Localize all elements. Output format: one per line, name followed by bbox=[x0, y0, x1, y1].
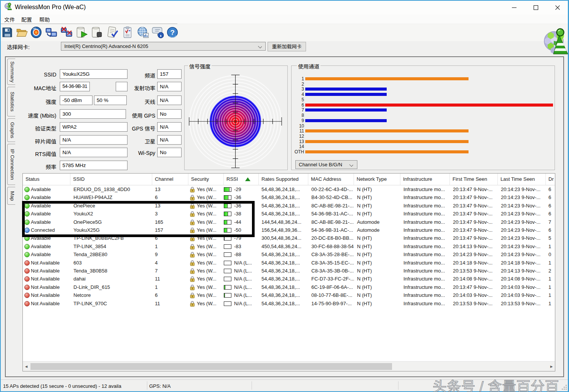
channel-bar-1 bbox=[305, 77, 469, 80]
scroll-left-button[interactable]: ◂ bbox=[23, 362, 30, 371]
column-header-security[interactable]: Security bbox=[188, 174, 224, 185]
tip-info-icon[interactable] bbox=[151, 26, 164, 39]
channel-label-9: 9 bbox=[292, 118, 304, 123]
menu-help[interactable]: 帮助 bbox=[39, 16, 50, 23]
field-use-gps[interactable]: No bbox=[157, 109, 182, 119]
column-header-last_seen[interactable]: Last Time Seen bbox=[498, 174, 546, 185]
tab-statistics[interactable]: Statistics bbox=[7, 87, 15, 116]
cell-security: Yes (W... bbox=[188, 193, 224, 201]
cell-rssi: -83 bbox=[224, 242, 259, 250]
table-row-603[interactable]: Not Available6034Yes (W...N/A (L...54,48… bbox=[23, 259, 555, 267]
column-header-rssi[interactable]: RSSI bbox=[224, 174, 259, 185]
tab-summary[interactable]: Summary bbox=[7, 59, 15, 85]
reconnect-adapter-icon[interactable] bbox=[45, 26, 58, 39]
adapter-combobox[interactable]: Intel(R) Centrino(R) Advanced-N 6205 bbox=[61, 42, 266, 51]
table-row-D-Link_DIR_615[interactable]: Not AvailableD-Link_DIR_6151Yes (W...N/A… bbox=[23, 283, 555, 291]
menu-config[interactable]: 配置 bbox=[21, 16, 32, 23]
table-row-Tenda_3B0B58[interactable]: Not AvailableTenda_3B0B587Yes (W...N/A (… bbox=[23, 267, 555, 275]
cell-ssid: Tenda_28BE80 bbox=[70, 250, 152, 258]
adapter-combobox-value: Intel(R) Centrino(R) Advanced-N 6205 bbox=[64, 43, 148, 49]
start-log-icon[interactable] bbox=[75, 26, 88, 39]
target-icon[interactable] bbox=[30, 26, 43, 39]
tab-graphs[interactable]: Graphs bbox=[7, 118, 15, 142]
channel-label-2: 2 bbox=[292, 81, 304, 87]
cell-last_seen: 20:14:08 9-Nov-... bbox=[498, 275, 546, 283]
scrollbar-thumb[interactable] bbox=[30, 363, 392, 370]
tab-map[interactable]: Map bbox=[7, 187, 15, 205]
report-icon[interactable] bbox=[121, 26, 134, 39]
field-satellites[interactable]: N/A bbox=[157, 135, 182, 145]
disconnect-adapter-icon[interactable] bbox=[60, 26, 73, 39]
cell-status: Not Available bbox=[23, 291, 70, 299]
table-row-TP-LINK_3854[interactable]: AvailableTP-LINK_38541Yes (W...-83450,54… bbox=[23, 242, 555, 250]
maximize-button[interactable] bbox=[527, 1, 545, 14]
scroll-right-button[interactable]: ▸ bbox=[548, 362, 555, 371]
cell-network_type: N (HT) bbox=[354, 185, 400, 193]
column-header-channel[interactable]: Channel bbox=[152, 174, 188, 185]
cell-mac: 54-36-9B-31-AC-... bbox=[308, 226, 354, 234]
statusbar-separator bbox=[252, 381, 252, 390]
cell-status: Available bbox=[23, 250, 70, 258]
field-gps-signal[interactable]: N/A bbox=[157, 122, 182, 132]
column-header-network_type[interactable]: Network Type bbox=[354, 174, 400, 185]
cell-rates: 54,48,36,24,18,... bbox=[259, 193, 308, 201]
web-map-icon[interactable] bbox=[136, 26, 149, 39]
field-antenna[interactable]: N/A bbox=[157, 96, 182, 105]
table-row-ERDUO_DS_1838_4DD0[interactable]: AvailableERDUO_DS_1838_4DD013Yes (W...-2… bbox=[23, 185, 555, 193]
menu-file[interactable]: 文件 bbox=[4, 16, 15, 23]
lock-icon bbox=[190, 292, 195, 299]
minimize-button[interactable] bbox=[505, 1, 523, 14]
column-header-infrastructure[interactable]: Infrastructure bbox=[400, 174, 450, 185]
cell-first_seen: 20:14:13 9-Nov-... bbox=[450, 242, 498, 250]
channel-label-3: 3 bbox=[292, 86, 304, 92]
field-channel[interactable]: 157 bbox=[157, 69, 182, 79]
field-tx-power[interactable]: N/A bbox=[157, 82, 182, 91]
field-frequency[interactable]: 5785 MHz bbox=[60, 161, 128, 170]
column-header-status[interactable]: Status bbox=[23, 174, 70, 185]
channel-label-13: 13 bbox=[292, 139, 304, 144]
field-mac[interactable]: 54-36-9B-31 bbox=[60, 82, 90, 91]
tab-ip-connection[interactable]: IP Connection bbox=[7, 144, 15, 185]
verify-log-icon[interactable] bbox=[106, 26, 119, 39]
table-row-dahai[interactable]: Not Availabledahai11Yes (W...N/A (L...54… bbox=[23, 275, 555, 283]
channel-use-combobox[interactable]: Channel Use B/G/N bbox=[295, 160, 357, 169]
field-strength-dbm[interactable]: -50 dBm bbox=[60, 96, 92, 105]
help-icon[interactable]: ? bbox=[166, 26, 179, 39]
table-row-Netcore[interactable]: Not AvailableNetcore6Yes (W...N/A (L...5… bbox=[23, 291, 555, 299]
column-header-ssid[interactable]: SSID bbox=[70, 174, 152, 185]
resize-grip[interactable] bbox=[561, 384, 567, 390]
channel-bar-9 bbox=[305, 119, 387, 122]
close-button[interactable] bbox=[549, 1, 566, 14]
channel-label-OTH: OTH bbox=[292, 149, 304, 155]
rssi-bar bbox=[224, 187, 231, 192]
stop-log-icon[interactable] bbox=[91, 26, 104, 39]
cell-mac: B4-30-52-4D-CB... bbox=[308, 193, 354, 201]
cell-dropped: 1 bbox=[546, 300, 555, 308]
channel-label-7: 7 bbox=[292, 107, 304, 113]
column-header-dropped[interactable]: Dr bbox=[546, 174, 555, 185]
cell-dropped: 6 bbox=[546, 226, 555, 234]
lock-icon bbox=[190, 268, 195, 275]
table-row-Tenda_28BE80[interactable]: AvailableTenda_28BE809Yes (W...-8854,48,… bbox=[23, 250, 555, 258]
open-folder-icon[interactable] bbox=[15, 26, 28, 39]
cell-mac: 14-75-90-B9-97-... bbox=[308, 300, 354, 308]
cell-channel: 13 bbox=[152, 185, 188, 193]
cell-last_seen: 20:14:23 9-Nov-... bbox=[498, 226, 546, 234]
column-header-mac[interactable]: MAC Address bbox=[308, 174, 354, 185]
column-header-rates[interactable]: Rates Supported bbox=[259, 174, 308, 185]
cell-dropped: 1 bbox=[546, 242, 555, 250]
cell-dropped: 6 bbox=[546, 210, 555, 218]
field-wispy[interactable]: No bbox=[157, 148, 182, 157]
table-row-HUAWEI-P94AJZ[interactable]: AvailableHUAWEI-P94AJZ6Yes (W...-3654,48… bbox=[23, 193, 555, 201]
cell-last_seen: 20:14:23 9-Nov-... bbox=[498, 210, 546, 218]
cell-security: Yes (W... bbox=[188, 291, 224, 299]
save-icon[interactable] bbox=[1, 26, 14, 39]
cell-dropped: 6 bbox=[546, 193, 555, 201]
reload-adapter-button[interactable]: 重新加载网卡 bbox=[268, 42, 306, 51]
table-row-TP-LINK_970C[interactable]: Not AvailableTP-LINK_970C11Yes (W...N/A … bbox=[23, 300, 555, 308]
signal-strength-title: 信号强度 bbox=[188, 62, 212, 70]
cell-status: Available bbox=[23, 185, 70, 193]
column-header-first_seen[interactable]: First Time Seen bbox=[450, 174, 498, 185]
chevron-down-icon bbox=[350, 163, 354, 167]
horizontal-scrollbar[interactable]: ◂ ▸ bbox=[23, 361, 555, 371]
